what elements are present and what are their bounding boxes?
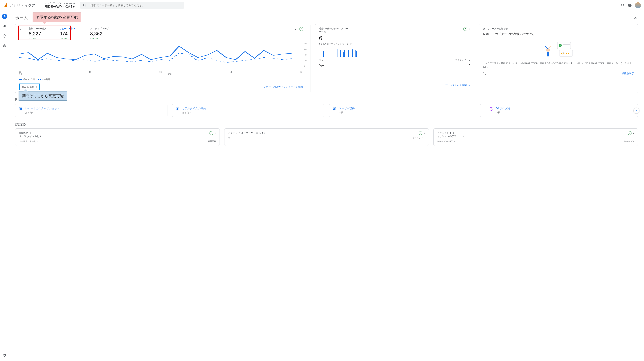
svg-rect-0 (4, 6, 4, 7)
bottom-card-title[interactable]: 表示回数（ページ タイトルとス... ） (19, 131, 47, 138)
avatar[interactable] (635, 2, 641, 8)
sidebar-item-reports[interactable] (2, 24, 7, 29)
svg-rect-8 (623, 6, 624, 6)
svg-line-4 (85, 6, 86, 6)
arrow-right-icon: → (468, 84, 470, 86)
svg-rect-29 (563, 46, 568, 46)
svg-rect-34 (20, 109, 20, 110)
rt-metric-dropdown[interactable]: アクティブ ... ▼ (455, 59, 470, 62)
date-range-picker[interactable]: 過去 30 日間 ▼ (19, 84, 40, 90)
legend-current: 過去 30 日間 (19, 78, 35, 81)
svg-rect-43 (334, 108, 334, 110)
legend-previous: 前の期間 (38, 78, 50, 81)
card-realtime: ✓ ✦ 過去 30 分のアクティブ ユーザー数 6 1 分あたりのアクティブ ユ… (315, 24, 474, 94)
quick-card-title: リアルタイムの概要 (182, 107, 206, 110)
search-icon (83, 4, 86, 7)
view-realtime-link[interactable]: リアルタイムを表示 → (444, 83, 470, 87)
realtime-label: 過去 30 分のアクティブ ユーザー数 (319, 27, 348, 33)
rocket-icon (483, 27, 486, 30)
svg-rect-6 (623, 4, 624, 5)
svg-line-17 (5, 45, 5, 46)
page-title: ホーム (15, 15, 28, 21)
bottom-card-0: 表示回数（ページ タイトルとス... ）✓▼ページ タイトルとス...表示回数 (15, 128, 220, 146)
svg-point-18 (635, 18, 636, 18)
check-icon[interactable]: ✓ (210, 131, 213, 135)
svg-rect-11 (4, 26, 4, 27)
bottom-card-title[interactable]: セッション▼（セッションのデフォ... ▼） (437, 131, 467, 138)
svg-point-3 (83, 4, 86, 6)
chevron-down-icon[interactable]: ▼ (214, 132, 216, 134)
quick-card-1[interactable]: リアルタイムの概要たった今 (172, 104, 324, 117)
account-selector[interactable]: すべてのアカウント > symmetric RIDEAWAY - GA4 ▾ (45, 1, 76, 10)
report-icon (332, 107, 336, 111)
svg-rect-12 (4, 26, 5, 27)
svg-rect-39 (177, 108, 178, 110)
arrow-right-icon: → (304, 86, 306, 88)
sidebar-item-home[interactable] (2, 14, 7, 19)
sidebar-item-advertising[interactable] (2, 43, 7, 48)
svg-rect-5 (622, 4, 622, 5)
quick-card-2[interactable]: ユーザー獲得今日 (329, 104, 481, 117)
search-bar[interactable] (80, 2, 184, 9)
chevron-down-icon: ▼ (36, 86, 37, 88)
svg-rect-35 (20, 108, 21, 110)
svg-rect-7 (622, 6, 622, 6)
realtime-bar-chart (319, 47, 470, 57)
svg-line-23 (545, 46, 548, 49)
svg-rect-42 (334, 109, 334, 110)
check-icon[interactable]: ✓ (628, 131, 632, 135)
quick-card-title: ユーザー獲得 (339, 107, 355, 110)
search-input[interactable] (86, 4, 181, 7)
bottom-card-title[interactable]: アクティブ ユーザー▼（国 ID▼） (228, 131, 266, 135)
logo-text: アナリティクス (9, 3, 36, 8)
svg-rect-40 (178, 108, 178, 110)
sparkle-icon[interactable]: ✦ (468, 27, 471, 31)
view-feature-link[interactable]: 機能を表示 (622, 72, 634, 75)
rt-dimension-dropdown[interactable]: 国 ▼ (319, 59, 323, 62)
quick-card-sub: 今日 (339, 111, 355, 114)
svg-point-20 (484, 28, 484, 28)
metric-returning-users[interactable]: リピーター数 ▼ 974 ↑ 20.8% (60, 27, 84, 40)
svg-rect-1 (5, 4, 6, 7)
svg-rect-22 (547, 52, 549, 56)
check-icon[interactable]: ✓ (463, 27, 467, 31)
report-icon (19, 107, 23, 111)
apps-icon[interactable] (621, 4, 625, 7)
chevron-down-icon: ▼ (45, 28, 47, 30)
sidebar-item-explore[interactable] (2, 33, 7, 39)
svg-point-19 (636, 18, 636, 19)
help-icon[interactable]: ? (628, 3, 632, 8)
svg-rect-44 (335, 108, 335, 110)
quick-card-sub: 今日 (496, 111, 510, 114)
realtime-value: 6 (319, 35, 470, 42)
next-arrow-icon[interactable]: › (294, 27, 297, 32)
svg-rect-36 (21, 108, 22, 110)
news-illustration: ✓ ★★★★★ (483, 38, 634, 59)
chevron-down-icon: ▼ (74, 28, 75, 30)
quick-card-0[interactable]: レポートのスナップショットたった今 (15, 104, 168, 117)
report-icon (489, 107, 494, 111)
report-icon (176, 107, 180, 111)
prev-arrow-icon[interactable]: ‹ (19, 27, 23, 32)
news-body: 「グラフに表示」機能では、レポートの折れ線グラフに表示する5つの行を選択できます… (483, 62, 634, 69)
quick-card-sub: たった今 (25, 111, 60, 114)
svg-rect-13 (5, 25, 6, 27)
rt-table-row: Japan 6 (319, 63, 470, 68)
svg-rect-28 (563, 44, 570, 45)
insights-icon[interactable] (634, 16, 638, 20)
sidebar-item-admin[interactable] (2, 353, 7, 358)
quick-card-3[interactable]: GAブログ用今日 (486, 104, 638, 117)
view-snapshot-link[interactable]: レポートのスナップショットを表示 → (264, 85, 306, 89)
chevron-down-icon[interactable]: ▼ (633, 132, 634, 134)
expand-icon[interactable] (483, 72, 486, 75)
card-news: リリースのお知らせ レポートの「グラフに表示」について ✓ (479, 24, 638, 94)
metric-active-users[interactable]: アクティブ ユーザ 8,362 ↑ 12.7% (90, 27, 115, 40)
svg-line-24 (548, 46, 551, 49)
section-title-suggest: おすすめ (15, 122, 26, 126)
bottom-card-2: セッション▼（セッションのデフォ... ▼）✓▼セッションのデフォ...セッショ… (433, 128, 638, 146)
metric-new-users[interactable]: 新規ユーザー数 ▼ 8,227 ↑ 11.9% (29, 27, 54, 40)
chevron-down-icon[interactable]: ▼ (424, 132, 425, 134)
check-icon[interactable]: ✓ (418, 131, 422, 135)
scroll-next-button[interactable]: › (634, 108, 640, 114)
annotation-daterange: 期間はここから変更可能 (18, 91, 67, 101)
